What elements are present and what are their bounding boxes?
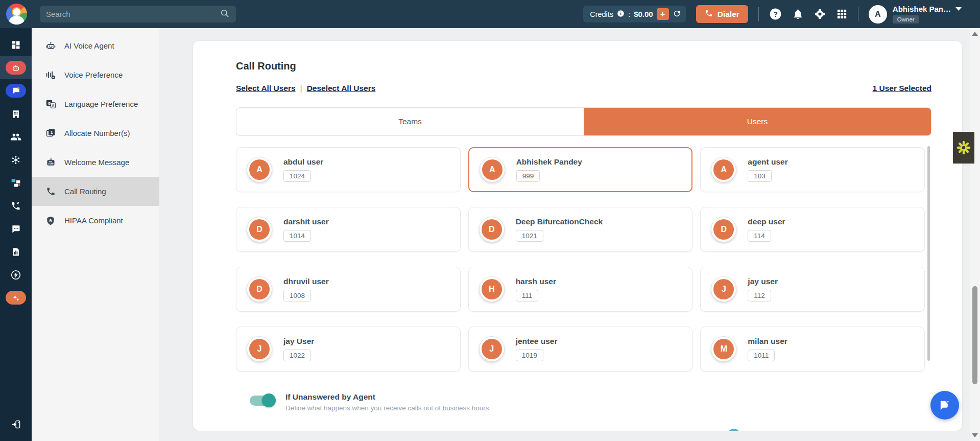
feedback-widget-tab[interactable] bbox=[953, 132, 974, 164]
user-card[interactable]: J jentee user1019 bbox=[468, 327, 693, 372]
user-card[interactable]: H harsh user111 bbox=[468, 267, 693, 312]
chat-widget-button[interactable] bbox=[930, 391, 959, 420]
user-name: harsh user bbox=[516, 277, 556, 286]
user-name: jay user bbox=[748, 277, 778, 286]
role-badge: Owner bbox=[893, 15, 919, 24]
user-extension: 1019 bbox=[516, 350, 543, 361]
sidebar-item-welcome-message[interactable]: WELCOME Welcome Message bbox=[32, 148, 159, 177]
dashboard-icon bbox=[11, 40, 21, 50]
account-menu[interactable]: A Abhishek Pan… Owner bbox=[869, 5, 962, 24]
tab-users[interactable]: Users bbox=[584, 108, 931, 135]
unanswered-toggle[interactable] bbox=[249, 393, 276, 407]
sidebar-item-label: Call Routing bbox=[64, 187, 106, 196]
collapse-icon bbox=[11, 419, 21, 430]
rail-item-users[interactable] bbox=[0, 125, 32, 148]
rail-item-dashboard[interactable] bbox=[0, 33, 32, 56]
rail-item-sms[interactable] bbox=[0, 217, 32, 240]
user-card[interactable]: J jay user112 bbox=[700, 267, 925, 312]
user-selected-count-link[interactable]: 1 User Selected bbox=[873, 84, 931, 93]
user-card[interactable]: D dhruvil user1008 bbox=[236, 267, 461, 312]
avatar: A bbox=[711, 157, 736, 182]
avatar-initial: H bbox=[482, 279, 502, 299]
rail-item-reports[interactable] bbox=[0, 240, 32, 263]
chat-dots-icon bbox=[11, 224, 21, 234]
rail-item-power-dialer[interactable] bbox=[0, 263, 32, 286]
user-card[interactable]: D Deep BifurcationCheck1021 bbox=[468, 207, 693, 252]
user-name: milan user bbox=[748, 337, 787, 346]
avatar: J bbox=[247, 336, 272, 362]
people-icon bbox=[10, 131, 21, 143]
apps-grid-button[interactable] bbox=[836, 8, 848, 20]
user-card[interactable]: A Abhishek Pandey999 bbox=[468, 147, 693, 192]
shield-icon bbox=[45, 216, 56, 226]
user-card[interactable]: A abdul user1024 bbox=[236, 147, 461, 192]
dialer-button[interactable]: Dialer bbox=[696, 5, 748, 23]
select-all-users-link[interactable]: Select All Users bbox=[236, 84, 296, 93]
unanswered-setting: If Unanswered by Agent Define what happe… bbox=[249, 392, 491, 412]
avatar: D bbox=[247, 276, 272, 302]
avatar-initial: D bbox=[249, 279, 270, 299]
info-icon[interactable] bbox=[617, 10, 625, 19]
credits-value: $0.00 bbox=[634, 10, 653, 18]
avatar-initial: A bbox=[713, 159, 734, 180]
topbar-divider bbox=[758, 7, 759, 21]
rail-item-hub[interactable] bbox=[0, 148, 32, 171]
refresh-icon[interactable] bbox=[673, 9, 681, 19]
collapse-sidebar-button[interactable] bbox=[0, 413, 32, 436]
chat-sparkle-icon bbox=[938, 398, 952, 412]
user-name: darshit user bbox=[283, 217, 329, 226]
tab-teams[interactable]: Teams bbox=[236, 108, 584, 135]
robot-icon bbox=[45, 40, 56, 51]
sidebar-item-allocate-numbers[interactable]: 1 Allocate Number(s) bbox=[32, 119, 159, 148]
help-button[interactable]: ? bbox=[769, 8, 782, 20]
bulk-select-links: Select All Users | Deselect All Users bbox=[236, 84, 375, 93]
settings-button[interactable] bbox=[814, 8, 826, 20]
users-list-scrollbar[interactable] bbox=[927, 146, 930, 361]
sidebar-item-hipaa-compliant[interactable]: HIPAA Compliant bbox=[32, 206, 159, 235]
avatar: D bbox=[711, 217, 736, 242]
avatar-initial: A bbox=[482, 159, 503, 180]
scroll-up-arrow[interactable] bbox=[972, 32, 978, 36]
user-card[interactable]: J jay User1022 bbox=[236, 327, 461, 372]
app-logo[interactable] bbox=[6, 4, 27, 25]
avatar: A bbox=[869, 5, 887, 24]
user-extension: 999 bbox=[516, 170, 540, 182]
credits-separator: : bbox=[628, 10, 630, 18]
rail-item-company[interactable] bbox=[0, 102, 32, 125]
rail-item-ai-voice-agent[interactable] bbox=[0, 56, 32, 79]
sidebar-item-voice-preference[interactable]: Voice Preference bbox=[32, 60, 159, 89]
scroll-down-arrow[interactable] bbox=[972, 433, 978, 437]
sidebar-item-ai-voice-agent[interactable]: AI Voice Agent bbox=[32, 31, 159, 60]
users-grid: A abdul user1024 A Abhishek Pandey999 A … bbox=[236, 147, 925, 372]
svg-text:G: G bbox=[47, 101, 51, 106]
avatar-initial: J bbox=[249, 339, 270, 359]
user-card[interactable]: A agent user103 bbox=[700, 147, 925, 192]
notifications-button[interactable] bbox=[792, 8, 804, 20]
user-card[interactable]: D darshit user1014 bbox=[236, 207, 461, 252]
translate-icon: GA bbox=[45, 99, 56, 109]
sparkles-icon bbox=[6, 291, 26, 305]
toggle-description: Define what happens when you receive cal… bbox=[285, 404, 491, 412]
sidebar-item-call-routing[interactable]: Call Routing bbox=[32, 177, 159, 206]
svg-text:1: 1 bbox=[50, 130, 53, 135]
user-name: dhruvil user bbox=[283, 277, 329, 286]
rail-item-workflow[interactable] bbox=[0, 171, 32, 194]
phone-incoming-icon bbox=[11, 201, 21, 211]
search-input[interactable] bbox=[46, 10, 220, 18]
avatar: J bbox=[711, 276, 736, 302]
rail-item-ai-assistant[interactable] bbox=[0, 286, 32, 309]
avatar: H bbox=[479, 276, 505, 302]
user-card[interactable]: D deep user114 bbox=[700, 207, 925, 252]
rail-item-inbox[interactable] bbox=[0, 79, 32, 102]
add-credits-button[interactable]: + bbox=[657, 8, 669, 20]
user-card[interactable]: M milan user1011 bbox=[700, 327, 925, 372]
deselect-all-users-link[interactable]: Deselect All Users bbox=[307, 84, 376, 93]
scrollbar-thumb[interactable] bbox=[972, 286, 977, 384]
user-extension: 1024 bbox=[283, 170, 311, 182]
user-name: Abhishek Pandey bbox=[516, 157, 582, 167]
sidebar-item-language-preference[interactable]: GA Language Preference bbox=[32, 89, 159, 119]
search-icon[interactable] bbox=[220, 8, 230, 20]
window-scrollbar[interactable] bbox=[970, 28, 980, 441]
rail-item-incoming-calls[interactable] bbox=[0, 194, 32, 217]
user-extension: 112 bbox=[748, 290, 771, 301]
